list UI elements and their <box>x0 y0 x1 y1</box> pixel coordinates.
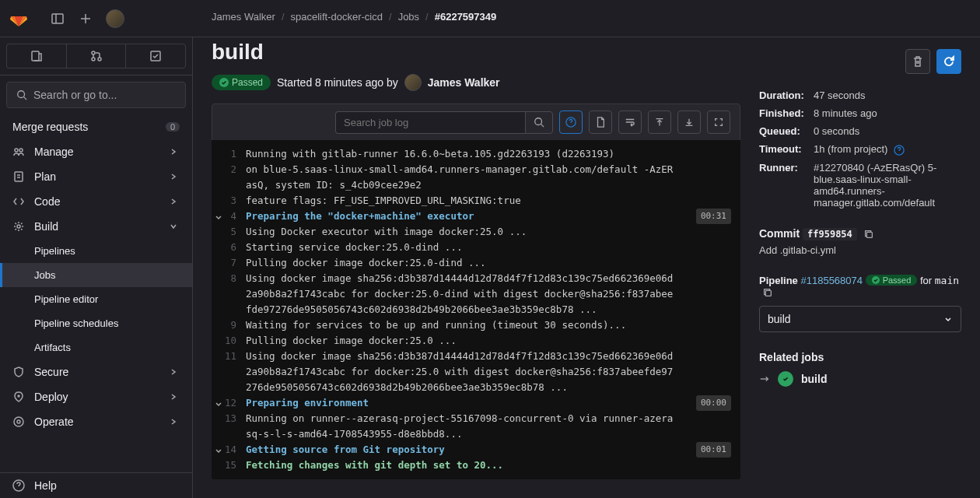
sidebar-subitem-pipeline-editor[interactable]: Pipeline editor <box>0 287 192 311</box>
arrow-right-icon <box>759 374 770 384</box>
sidebar-subitem-jobs[interactable]: Jobs <box>0 263 192 287</box>
sidebar-item-secure[interactable]: Secure <box>0 359 192 384</box>
log-text: Pulling docker image docker:25.0-dind ..… <box>246 255 740 271</box>
plus-icon[interactable] <box>78 11 93 26</box>
commit-hash[interactable]: ff959854 <box>803 228 857 240</box>
check-icon <box>782 375 789 383</box>
arrow-up-icon <box>654 117 665 128</box>
collapse-icon[interactable] <box>215 397 222 412</box>
log-text: Fetching changes with git depth set to 2… <box>246 458 740 473</box>
sidebar-item-operate[interactable]: Operate <box>0 409 192 434</box>
copy-icon[interactable] <box>762 287 773 298</box>
retry-icon <box>943 55 955 68</box>
log-line-number: 1 <box>212 146 246 162</box>
chevron-icon <box>167 416 180 428</box>
sidebar-item-deploy[interactable]: Deploy <box>0 384 192 409</box>
log-line-number: 12 <box>212 395 246 411</box>
sidebar-item-code[interactable]: Code <box>0 189 192 214</box>
sidebar-tab-todo[interactable] <box>125 44 186 68</box>
sidebar-tab-project[interactable] <box>6 44 66 68</box>
log-section-time: 00:00 <box>696 395 731 411</box>
sidebar-tab-merge[interactable] <box>66 44 126 68</box>
deploy-icon <box>12 391 25 403</box>
log-line: 8Using docker image sha256:d3b387d14444d… <box>212 271 740 317</box>
svg-point-12 <box>19 149 23 152</box>
stage-select[interactable]: build <box>759 306 961 332</box>
commit-heading: Commit ff959854 <box>759 227 961 240</box>
chevron-icon <box>167 220 180 233</box>
svg-point-19 <box>17 420 20 423</box>
log-help-button[interactable] <box>559 110 583 134</box>
collapse-icon[interactable] <box>215 210 222 226</box>
chevron-icon <box>167 366 180 378</box>
timeout-value: 1h (from project) <box>814 143 905 156</box>
delete-job-button[interactable] <box>905 49 930 74</box>
log-scroll-bottom-button[interactable] <box>677 110 701 134</box>
log-search-button[interactable] <box>525 111 553 134</box>
sidebar-subitem-pipeline-schedules[interactable]: Pipeline schedules <box>0 311 192 335</box>
gitlab-logo[interactable] <box>0 9 37 28</box>
sidebar-item-label: Manage <box>34 146 74 158</box>
svg-point-7 <box>98 58 101 61</box>
copy-icon[interactable] <box>863 229 874 240</box>
svg-line-23 <box>541 124 544 128</box>
retry-job-button[interactable] <box>936 49 961 74</box>
sidebar-item-build[interactable]: Build <box>0 214 192 239</box>
pipeline-link[interactable]: #1185568074 <box>800 275 863 286</box>
log-text: Starting service docker:25.0-dind ... <box>246 240 740 255</box>
sidebar-item-help[interactable]: Help <box>0 473 192 498</box>
author-avatar[interactable] <box>404 74 422 91</box>
log-text: Running with gitlab-runner 16.6.0~beta.1… <box>246 146 740 162</box>
log-line: 10Pulling docker image docker:25.0 ... <box>212 333 740 349</box>
log-text: on blue-5.saas-linux-small-amd64.runners… <box>246 162 740 193</box>
sidebar-search[interactable]: Search or go to... <box>6 82 186 108</box>
breadcrumb-item[interactable]: spacelift-docker-cicd <box>291 11 383 23</box>
pipeline-info: Pipeline #1185568074 Passed for main <box>759 275 961 299</box>
log-scroll-top-button[interactable] <box>648 110 671 134</box>
arrow-down-icon <box>684 117 695 128</box>
sidebar-toggle-icon[interactable] <box>50 11 65 26</box>
sidebar-item-manage[interactable]: Manage <box>0 139 192 164</box>
sidebar-item-label: Pipeline schedules <box>34 317 118 329</box>
merge-requests-count: 0 <box>166 122 180 132</box>
help-icon <box>12 479 25 492</box>
help-icon[interactable] <box>894 145 905 156</box>
status-badge: Passed <box>212 75 271 90</box>
code-icon <box>12 195 25 208</box>
author-name[interactable]: James Walker <box>428 76 500 89</box>
log-raw-button[interactable] <box>589 110 612 134</box>
log-text: Using docker image sha256:d3b387d14444d1… <box>246 271 740 317</box>
svg-point-31 <box>872 276 880 284</box>
sidebar-item-label: Pipelines <box>34 245 75 257</box>
sidebar-subitem-pipelines[interactable]: Pipelines <box>0 239 192 263</box>
log-search-input[interactable] <box>335 111 525 134</box>
breadcrumb-item[interactable]: Jobs <box>398 11 419 23</box>
user-avatar[interactable] <box>106 9 124 28</box>
log-line-number: 7 <box>212 255 246 271</box>
svg-point-5 <box>92 51 95 54</box>
log-line-number: 14 <box>212 442 246 458</box>
related-job-name[interactable]: build <box>801 373 827 385</box>
log-line: 2 on blue-5.saas-linux-small-amd64.runne… <box>212 162 740 193</box>
log-line: 7Pulling docker image docker:25.0-dind .… <box>212 255 740 271</box>
sidebar-subitem-artifacts[interactable]: Artifacts <box>0 335 192 359</box>
log-line: 1Running with gitlab-runner 16.6.0~beta.… <box>212 146 740 162</box>
sidebar-item-merge-requests[interactable]: Merge requests 0 <box>0 114 192 139</box>
svg-rect-13 <box>15 172 23 181</box>
log-section-time: 00:01 <box>696 442 731 458</box>
chevron-icon <box>167 146 180 158</box>
related-jobs-heading: Related jobs <box>759 351 961 363</box>
collapse-icon[interactable] <box>215 444 222 459</box>
log-fullscreen-button[interactable] <box>707 110 730 134</box>
chevron-down-icon <box>943 314 953 324</box>
log-line-number: 4 <box>212 209 246 224</box>
log-section-time: 00:31 <box>696 209 731 224</box>
svg-point-18 <box>14 417 23 426</box>
log-wrap-button[interactable] <box>618 110 642 134</box>
sidebar-item-plan[interactable]: Plan <box>0 164 192 189</box>
svg-rect-0 <box>52 14 63 23</box>
sidebar-item-label: Pipeline editor <box>34 293 98 305</box>
log-line: 13Running on runner--azerasq-project-551… <box>212 411 740 442</box>
page-title: build <box>212 40 740 65</box>
breadcrumb-item[interactable]: James Walker <box>212 11 275 23</box>
